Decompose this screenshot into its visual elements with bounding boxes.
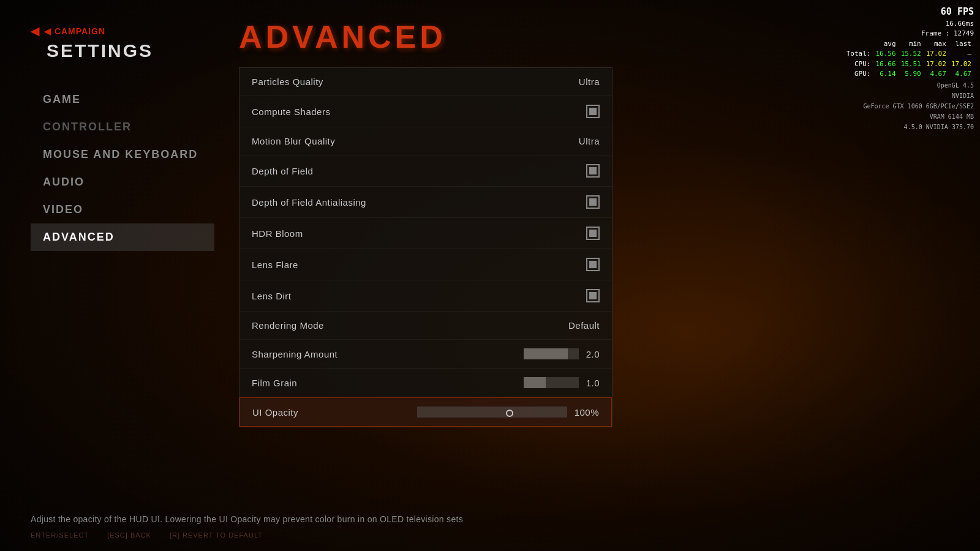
setting-rendering[interactable]: Rendering Mode Default	[239, 312, 612, 340]
setting-film-grain[interactable]: Film Grain 1.0	[239, 369, 612, 397]
dof-checkbox[interactable]	[586, 164, 600, 178]
dof-checkbox-inner	[589, 167, 597, 174]
film-grain-value: 1.0	[586, 378, 600, 388]
sharpening-slider[interactable]	[524, 348, 579, 359]
sharpening-label: Sharpening Amount	[252, 349, 337, 359]
hud-frame: Frame : 12749	[844, 29, 974, 39]
nav-menu: GAME CONTROLLER MOUSE AND KEYBOARD AUDIO…	[31, 86, 214, 251]
back-key-label: [ESC] BACK	[107, 531, 151, 539]
hud-nvidia: NVIDIA	[844, 91, 974, 100]
sharpening-value: 2.0	[586, 349, 600, 359]
lens-flare-checkbox-inner	[589, 261, 597, 268]
lens-flare-checkbox[interactable]	[586, 258, 600, 271]
film-grain-label: Film Grain	[252, 378, 297, 388]
control-back: [ESC] BACK	[107, 531, 151, 539]
rendering-value: Default	[568, 320, 600, 331]
main-container: ◀ ◀ CAMPAIGN SETTINGS GAME CONTROLLER MO…	[0, 0, 980, 551]
dof-aa-label: Depth of Field Antialiasing	[252, 197, 366, 208]
setting-compute[interactable]: Compute Shaders	[239, 96, 612, 127]
dof-label: Depth of Field	[252, 166, 313, 176]
setting-motion-blur[interactable]: Motion Blur Quality Ultra	[239, 127, 612, 156]
sidebar-item-controller[interactable]: CONTROLLER	[31, 113, 214, 141]
control-revert: [R] REVERT TO DEFAULT	[170, 531, 263, 539]
ui-opacity-slider[interactable]	[417, 407, 567, 418]
motion-blur-value: Ultra	[579, 136, 600, 146]
sharpening-slider-container: 2.0	[524, 348, 600, 359]
hud-geforce: GeForce GTX 1060 6GB/PCIe/SSE2	[844, 102, 974, 111]
setting-dof[interactable]: Depth of Field	[239, 156, 612, 187]
ui-opacity-value: 100%	[575, 407, 599, 418]
setting-ui-opacity[interactable]: UI Opacity 100%	[239, 397, 612, 427]
sidebar-item-video[interactable]: VIDEO	[31, 196, 214, 223]
hud-fps: 60 FPS	[844, 5, 974, 19]
compute-label: Compute Shaders	[252, 107, 330, 117]
hdr-bloom-label: HDR Bloom	[252, 228, 303, 239]
back-arrow-icon[interactable]: ◀	[31, 24, 39, 38]
sidebar: ◀ ◀ CAMPAIGN SETTINGS GAME CONTROLLER MO…	[0, 0, 227, 505]
hud-opengl: OpenGL 4.5	[844, 81, 974, 90]
sidebar-item-game[interactable]: GAME	[31, 86, 214, 113]
ui-opacity-label: UI Opacity	[252, 407, 298, 418]
sidebar-item-mouse[interactable]: MOUSE AND KEYBOARD	[31, 141, 214, 168]
hud-version: 4.5.0 NVIDIA 375.70	[844, 122, 974, 132]
campaign-label: ◀ ◀ CAMPAIGN	[31, 24, 214, 38]
control-enter: ENTER/SELECT	[31, 531, 89, 539]
setting-sharpening[interactable]: Sharpening Amount 2.0	[239, 340, 612, 369]
lens-dirt-checkbox[interactable]	[586, 289, 600, 302]
lens-flare-label: Lens Flare	[252, 260, 298, 270]
particles-value: Ultra	[579, 77, 600, 87]
ui-opacity-slider-container: 100%	[417, 407, 599, 418]
hud-ms: 16.66ms	[844, 19, 974, 29]
compute-checkbox[interactable]	[586, 105, 600, 118]
hdr-bloom-checkbox[interactable]	[586, 227, 600, 240]
setting-hdr-bloom[interactable]: HDR Bloom	[239, 218, 612, 249]
campaign-text[interactable]: ◀ CAMPAIGN	[44, 26, 105, 36]
hud-vram: VRAM 6144 MB	[844, 112, 974, 121]
hdr-bloom-checkbox-inner	[589, 230, 597, 237]
setting-lens-dirt[interactable]: Lens Dirt	[239, 280, 612, 312]
film-grain-slider-container: 1.0	[524, 377, 600, 388]
bottom-bar: Adjust the opacity of the HUD UI. Loweri…	[0, 505, 980, 551]
setting-particles[interactable]: Particles Quality Ultra	[239, 68, 612, 96]
top-area: ◀ ◀ CAMPAIGN SETTINGS GAME CONTROLLER MO…	[0, 0, 980, 505]
controls-bar: ENTER/SELECT [ESC] BACK [R] REVERT TO DE…	[31, 531, 949, 539]
dof-aa-checkbox-inner	[589, 198, 597, 206]
sharpening-fill	[524, 348, 568, 359]
settings-title: SETTINGS	[47, 40, 214, 61]
compute-checkbox-inner	[589, 108, 597, 115]
film-grain-fill	[524, 377, 546, 388]
particles-label: Particles Quality	[252, 77, 323, 87]
hud-table: avg min max last Total: 16.56 15.52 17.0…	[844, 39, 974, 80]
motion-blur-label: Motion Blur Quality	[252, 136, 335, 146]
setting-dof-aa[interactable]: Depth of Field Antialiasing	[239, 187, 612, 218]
sidebar-item-advanced[interactable]: ADVANCED	[31, 223, 214, 251]
revert-key-label: [R] REVERT TO DEFAULT	[170, 531, 263, 539]
enter-key-label: ENTER/SELECT	[31, 531, 89, 539]
description-text: Adjust the opacity of the HUD UI. Loweri…	[31, 514, 949, 524]
film-grain-slider[interactable]	[524, 377, 579, 388]
page-title: ADVANCED	[239, 18, 943, 55]
sidebar-item-audio[interactable]: AUDIO	[31, 168, 214, 196]
dof-aa-checkbox[interactable]	[586, 195, 600, 209]
lens-dirt-label: Lens Dirt	[252, 291, 292, 301]
lens-dirt-checkbox-inner	[589, 292, 597, 299]
settings-panel-wrapper: Particles Quality Ultra Compute Shaders …	[239, 67, 943, 427]
rendering-label: Rendering Mode	[252, 320, 324, 331]
settings-panel: Particles Quality Ultra Compute Shaders …	[239, 67, 612, 427]
hud-overlay: 60 FPS 16.66ms Frame : 12749 avg min max…	[844, 5, 974, 132]
setting-lens-flare[interactable]: Lens Flare	[239, 249, 612, 280]
